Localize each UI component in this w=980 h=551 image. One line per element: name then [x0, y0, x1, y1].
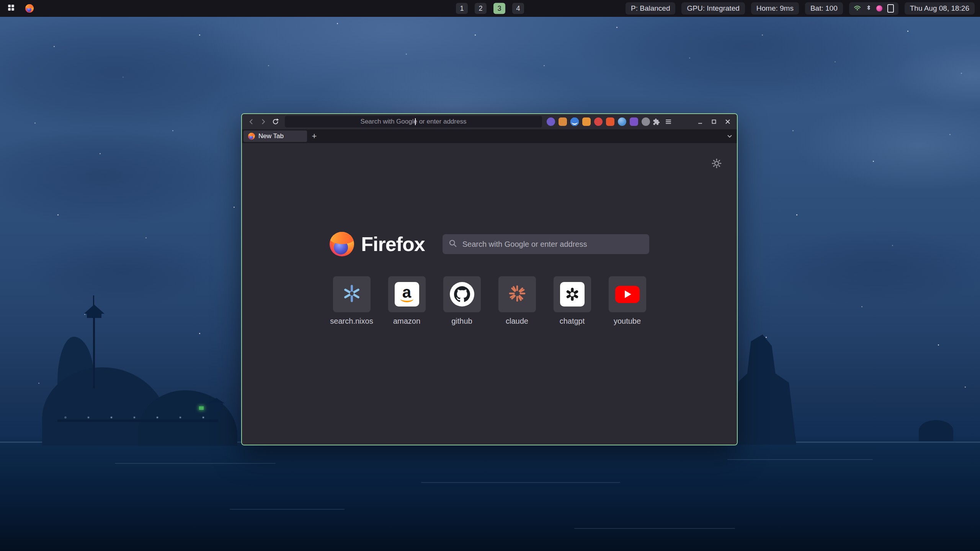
clock: Thu Aug 08, 18:26 [905, 2, 975, 15]
tab-overflow-icon [727, 133, 733, 139]
close-button[interactable] [722, 116, 734, 127]
watchtower-roof [84, 305, 105, 314]
wifi-icon[interactable] [854, 4, 861, 13]
urlbar-placeholder: Search with Google or enter address [361, 118, 467, 126]
youtube-play-icon [615, 286, 640, 303]
extensions-puzzle-icon [653, 118, 660, 126]
apps-grid-icon [7, 4, 15, 13]
urlbar[interactable]: Search with Google or enter address [285, 116, 542, 127]
reload-icon [272, 118, 279, 126]
apps-launcher-button[interactable] [5, 3, 17, 14]
browser-toolbar: Search with Google or enter address [242, 114, 737, 129]
battery-indicator: Bat: 100 [805, 2, 843, 15]
bridge-lights [65, 417, 66, 418]
back-icon [247, 118, 255, 126]
settings-gear-icon [712, 158, 722, 168]
extension-icon[interactable] [582, 117, 591, 126]
personalize-button[interactable] [710, 157, 723, 170]
tab-new-tab[interactable]: New Tab [243, 130, 307, 142]
tablet-icon[interactable] [887, 4, 894, 13]
tab-title: New Tab [258, 132, 284, 140]
firefox-logo [330, 232, 354, 256]
latency-indicator: Home: 9ms [751, 2, 799, 15]
shortcut-label: search.nixos [330, 317, 373, 326]
list-all-tabs-button[interactable] [724, 130, 735, 142]
tab-favicon-firefox-icon [248, 133, 255, 140]
island-sign [199, 406, 204, 410]
ocean-shimmer [421, 482, 620, 483]
amazon-icon: a [395, 282, 419, 306]
workspace-1[interactable]: 1 [456, 3, 468, 14]
islet-far-right [919, 420, 953, 441]
newtab-search-input[interactable] [462, 240, 643, 249]
extension-icons [547, 117, 650, 126]
cloud [758, 230, 980, 306]
chatgpt-knot-icon [560, 282, 585, 306]
firefox-window: Search with Google or enter address [241, 113, 738, 445]
newtab-hero: Firefox [242, 232, 737, 256]
shortcut-amazon[interactable]: a amazon [388, 276, 426, 326]
cliff-right [735, 330, 796, 445]
shortcut-chatgpt[interactable]: chatgpt [554, 276, 591, 326]
cloud [0, 126, 237, 226]
window-controls [694, 116, 734, 127]
extension-icon[interactable] [630, 117, 638, 126]
newtab-page: Firefox search.nixos [242, 143, 737, 445]
cloud [23, 237, 222, 306]
extension-icon[interactable] [642, 117, 650, 126]
forward-icon [260, 118, 267, 126]
github-octocat-icon [450, 282, 474, 306]
bluetooth-icon[interactable] [866, 4, 871, 13]
close-icon [724, 118, 731, 125]
forward-button[interactable] [257, 116, 270, 127]
extension-icon[interactable] [618, 117, 626, 126]
shortcut-youtube[interactable]: youtube [609, 276, 646, 326]
extension-icon[interactable] [547, 117, 555, 126]
extensions-button[interactable] [650, 116, 662, 127]
menu-button[interactable] [662, 116, 675, 127]
reload-button[interactable] [270, 116, 282, 127]
workspace-3[interactable]: 3 [493, 3, 505, 14]
ocean-shimmer [230, 509, 345, 510]
minimize-button[interactable] [694, 116, 706, 127]
statusbar-right: P: Balanced GPU: Integrated Home: 9ms Ba… [626, 2, 975, 15]
extension-icon[interactable] [559, 117, 567, 126]
shortcut-github[interactable]: github [443, 276, 481, 326]
extension-icon[interactable] [594, 117, 603, 126]
minimize-icon [697, 118, 704, 125]
newtab-search[interactable] [443, 234, 649, 254]
tab-bar: New Tab + [242, 129, 737, 143]
color-dot-icon[interactable] [876, 5, 882, 11]
watchtower-pole [93, 318, 95, 388]
nixos-snowflake-icon [343, 285, 361, 304]
new-tab-button[interactable]: + [309, 130, 320, 142]
claude-starburst-icon [508, 284, 526, 304]
firefox-wordmark: Firefox [361, 233, 425, 256]
shortcut-label: claude [506, 317, 528, 326]
shortcut-label: chatgpt [560, 317, 585, 326]
shortcut-claude[interactable]: claude [498, 276, 536, 326]
ocean-shimmer [115, 463, 276, 464]
shortcut-tiles: search.nixos a amazon [242, 276, 737, 326]
extension-icon[interactable] [570, 117, 579, 126]
workspace-2[interactable]: 2 [475, 3, 487, 14]
menu-icon [665, 118, 672, 125]
ocean-shimmer [574, 528, 735, 529]
desktop: 1 2 3 4 P: Balanced GPU: Integrated Home… [0, 0, 980, 551]
maximize-icon [710, 118, 717, 125]
shortcut-label: youtube [614, 317, 641, 326]
workspace-4[interactable]: 4 [512, 3, 524, 14]
search-icon [449, 239, 457, 249]
back-button[interactable] [245, 116, 257, 127]
maximize-button[interactable] [708, 116, 720, 127]
extension-icon[interactable] [606, 117, 614, 126]
ocean-shimmer [727, 459, 873, 460]
shortcut-label: github [451, 317, 472, 326]
text-caret [415, 118, 416, 125]
firefox-launcher-button[interactable] [24, 3, 35, 14]
statusbar: 1 2 3 4 P: Balanced GPU: Integrated Home… [0, 0, 980, 17]
cloud [796, 99, 980, 191]
shortcut-search-nixos[interactable]: search.nixos [333, 276, 371, 326]
hut [210, 403, 223, 412]
power-profile-indicator: P: Balanced [626, 2, 675, 15]
